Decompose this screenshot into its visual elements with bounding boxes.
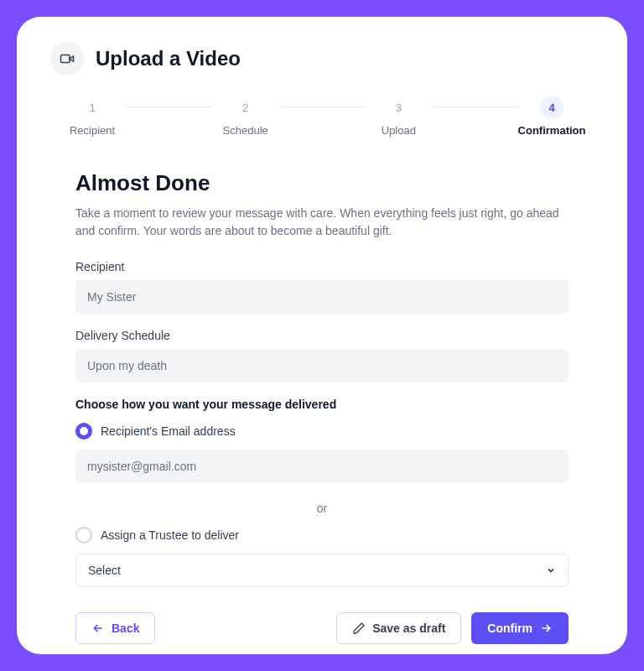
trustee-select[interactable]: Select	[75, 554, 569, 587]
page-title: Upload a Video	[96, 47, 241, 70]
recipient-label: Recipient	[75, 260, 569, 273]
step-confirmation[interactable]: 4 Confirmation	[518, 96, 585, 137]
svg-rect-0	[61, 55, 70, 63]
step-schedule[interactable]: 2 Schedule	[212, 96, 279, 137]
confirm-button[interactable]: Confirm	[471, 612, 569, 644]
step-connector	[432, 107, 518, 107]
radio-email[interactable]	[75, 423, 92, 440]
email-input[interactable]	[75, 450, 569, 483]
step-recipient[interactable]: 1 Recipient	[59, 96, 126, 137]
radio-email-label: Recipient's Email address	[101, 424, 236, 438]
delivery-section-label: Choose how you want your message deliver…	[75, 398, 569, 411]
radio-trustee[interactable]	[75, 527, 92, 544]
step-connector	[126, 107, 212, 107]
heading: Almost Done	[75, 170, 569, 196]
modal-card: Upload a Video 1 Recipient 2 Schedule 3 …	[17, 17, 627, 654]
radio-email-row[interactable]: Recipient's Email address	[75, 423, 569, 440]
trustee-select-value: Select	[88, 564, 121, 577]
header: Upload a Video	[50, 42, 594, 75]
or-divider: or	[75, 502, 569, 515]
save-draft-button[interactable]: Save as draft	[336, 612, 461, 644]
back-button[interactable]: Back	[75, 612, 155, 644]
content: Almost Done Take a moment to review your…	[50, 170, 594, 644]
arrow-right-icon	[539, 622, 553, 635]
radio-trustee-row[interactable]: Assign a Trustee to deliver	[75, 527, 569, 544]
step-connector	[279, 107, 366, 107]
pencil-icon	[352, 622, 366, 635]
schedule-input[interactable]	[75, 349, 569, 382]
schedule-label: Delivery Schedule	[75, 329, 569, 342]
footer: Back Save as draft Confirm	[75, 612, 569, 644]
footer-right: Save as draft Confirm	[336, 612, 569, 644]
subtext: Take a moment to review your message wit…	[75, 205, 569, 240]
recipient-input[interactable]	[75, 280, 569, 314]
arrow-left-icon	[91, 622, 105, 635]
stepper: 1 Recipient 2 Schedule 3 Upload 4 Confir…	[50, 96, 594, 137]
radio-trustee-label: Assign a Trustee to deliver	[101, 528, 239, 542]
chevron-down-icon	[546, 565, 556, 575]
video-icon	[50, 42, 84, 75]
step-upload[interactable]: 3 Upload	[365, 96, 432, 137]
